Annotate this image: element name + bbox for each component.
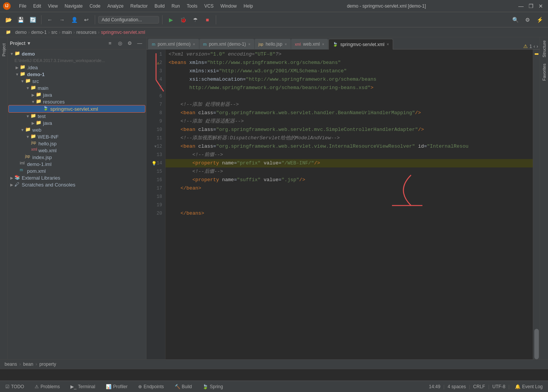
menu-vcs[interactable]: VCS [201, 3, 217, 10]
spring-label: Spring [210, 384, 223, 389]
breadcrumb-demo1[interactable]: demo-1 [31, 30, 47, 35]
tab-close-hellojsp[interactable]: × [285, 42, 287, 46]
tree-item-web[interactable]: ▼ 📁 web [8, 126, 146, 133]
code-content[interactable]: <?xml version="1.0" encoding="UTF-8"?> <… [166, 49, 533, 362]
undo-btn[interactable]: ↩ [81, 14, 92, 25]
line-6: 6 [147, 92, 165, 100]
tree-item-pom-demo1[interactable]: m pom.xml [8, 167, 146, 174]
tree-item-resources[interactable]: ▼ 📁 resources [8, 98, 146, 105]
favorites-tab[interactable]: Favorites [541, 61, 547, 84]
tab-close-pom-demo1[interactable]: × [248, 42, 250, 46]
sync-btn[interactable]: 🔄 [27, 14, 38, 25]
tree-item-main[interactable]: ▼ 📁 main [8, 84, 146, 91]
menu-tools[interactable]: Tools [184, 3, 201, 10]
project-tab-label[interactable]: Project [1, 40, 7, 59]
profiler-btn[interactable]: 📊 Profiler [104, 383, 130, 390]
breadcrumb-beans[interactable]: beans [5, 362, 17, 367]
minimize-button[interactable]: — [517, 2, 525, 10]
code-line-7: <!--添加 处理映射器--> [166, 100, 533, 109]
forward-btn[interactable]: → [57, 14, 67, 25]
collapse-all-btn[interactable]: ≡ [106, 39, 114, 48]
event-log-btn[interactable]: 🔔 Event Log [513, 383, 545, 390]
endpoints-btn[interactable]: ⊕ Endpoints [136, 383, 166, 390]
menu-file[interactable]: File [16, 3, 29, 10]
menu-view[interactable]: View [45, 3, 61, 10]
menu-build[interactable]: Build [151, 3, 168, 10]
tab-close-springmvc[interactable]: × [387, 42, 389, 46]
menu-analyze[interactable]: Analyze [104, 3, 127, 10]
toolbar: 📂 💾 🔄 ← → 👤 ↩ Add Configuration... ▶ 🐞 ☂… [0, 12, 548, 27]
menu-help[interactable]: Help [241, 3, 256, 10]
tree-item-demo1[interactable]: ▼ 📁 demo-1 [8, 71, 146, 78]
tab-webxml[interactable]: xml web.xml × [291, 39, 328, 49]
back-btn[interactable]: ← [45, 14, 55, 25]
menu-refactor[interactable]: Refactor [127, 3, 151, 10]
open-btn[interactable]: 📂 [3, 14, 14, 25]
tree-item-demo1iml[interactable]: iml demo-1.iml [8, 161, 146, 167]
tree-item-src[interactable]: ▼ 📁 src [8, 78, 146, 84]
save-btn[interactable]: 💾 [15, 14, 26, 25]
run-btn[interactable]: ▶ [166, 14, 176, 25]
tree-item-scratches[interactable]: ▶ 🖊 Scratches and Consoles [8, 181, 146, 188]
breadcrumb-demo[interactable]: demo [15, 30, 27, 35]
config-label: Add Configuration... [102, 17, 142, 22]
close-button[interactable]: ✕ [537, 2, 545, 10]
tree-item-demo[interactable]: ▼ 📁 demo [8, 50, 146, 57]
problems-btn[interactable]: ⚠ Problems [32, 383, 62, 390]
line-20: 20 [147, 209, 165, 218]
fold-arrow-12[interactable]: ▼ [155, 145, 157, 149]
breadcrumb-resources[interactable]: resources [76, 30, 97, 35]
breadcrumb-main[interactable]: main [62, 30, 72, 35]
stop-btn[interactable]: ■ [202, 14, 213, 25]
breadcrumb-src[interactable]: src [51, 30, 57, 35]
tree-item-ext-libs[interactable]: ▶ 📚 External Libraries [8, 174, 146, 181]
tab-springmvc[interactable]: 🍃 springmvc-servlet.xml × [328, 39, 393, 49]
tab-scroll-left[interactable]: ‹ [534, 44, 535, 49]
tree-item-springmvc[interactable]: 🍃 springmvc-servlet.xml [8, 105, 145, 113]
profile-btn[interactable]: 👤 [69, 14, 80, 25]
menu-edit[interactable]: Edit [30, 3, 44, 10]
breadcrumb-property[interactable]: property [39, 362, 56, 367]
menu-navigate[interactable]: Navigate [62, 3, 86, 10]
settings-btn[interactable]: ⚙ [522, 14, 533, 25]
debug-btn[interactable]: 🐞 [178, 14, 188, 25]
todo-btn[interactable]: ☑ TODO [3, 383, 26, 390]
scrollbar-thumb[interactable] [534, 329, 539, 359]
tab-scroll-right[interactable]: › [537, 44, 538, 49]
tree-item-test[interactable]: ▼ 📁 test [8, 113, 146, 120]
terminal-btn[interactable]: ▶_ Terminal [68, 383, 97, 390]
structure-tab[interactable]: Structure [541, 37, 547, 61]
maximize-button[interactable]: ❐ [527, 2, 535, 10]
build-btn[interactable]: 🔨 Build [172, 383, 194, 390]
tree-item-idea[interactable]: ▶ 📁 .idea [8, 64, 146, 71]
todo-label: TODO [11, 384, 24, 389]
far-right-tabs: Structure Favorites [540, 37, 548, 304]
tree-item-java[interactable]: ▶ 📁 java [8, 91, 146, 98]
tree-item-webinf[interactable]: ▼ 📁 WEB-INF [8, 133, 146, 140]
plugins-btn[interactable]: ⚡ [534, 14, 545, 25]
tree-item-indexjsp[interactable]: jsp index.jsp [8, 154, 146, 161]
menu-run[interactable]: Run [169, 3, 183, 10]
project-settings-btn[interactable]: ⚙ [126, 39, 134, 48]
bulb-icon-14[interactable]: 💡 [151, 161, 157, 166]
tab-close-webxml[interactable]: × [322, 42, 324, 46]
tab-pom-demo1[interactable]: m pom.xml (demo-1) × [199, 39, 254, 49]
project-options-btn[interactable]: — [135, 39, 144, 48]
locate-file-btn[interactable]: ◎ [116, 39, 124, 48]
tree-item-webxml[interactable]: xml web.xml [8, 147, 146, 154]
tab-close-pom-demo[interactable]: × [193, 42, 195, 46]
tree-item-hellojsp[interactable]: jsp hello.jsp [8, 140, 146, 147]
tree-item-test-java[interactable]: ▶ 📁 java [8, 120, 146, 126]
search-btn[interactable]: 🔍 [510, 14, 521, 25]
menu-code[interactable]: Code [86, 3, 104, 10]
breadcrumb-bean[interactable]: bean [23, 362, 33, 367]
spring-btn[interactable]: 🍃 Spring [200, 383, 225, 390]
tab-hellojsp[interactable]: jsp hello.jsp × [255, 39, 291, 49]
tab-icon-hellojsp: jsp [258, 42, 263, 46]
menu-window[interactable]: Window [217, 3, 240, 10]
code-line-19 [166, 201, 533, 209]
breadcrumb-file[interactable]: springmvc-servlet.xml [101, 30, 145, 35]
config-selector[interactable]: Add Configuration... [98, 16, 159, 24]
tab-pom-demo[interactable]: m pom.xml (demo) × [148, 39, 199, 49]
coverage-btn[interactable]: ☂ [190, 14, 201, 25]
